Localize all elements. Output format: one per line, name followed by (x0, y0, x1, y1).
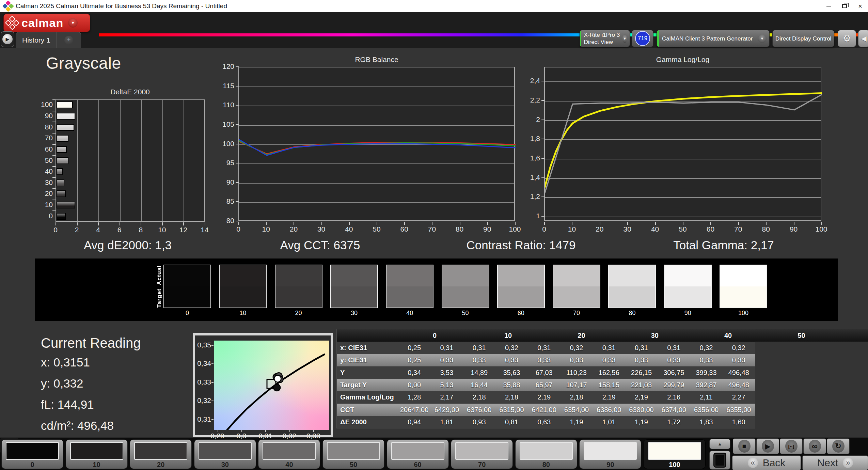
pattern-level-button[interactable]: 30 (194, 439, 256, 469)
add-tab-button[interactable]: + (57, 36, 81, 45)
grayscale-data-table: 0102030405060708090100x: CIE310,250,310,… (336, 329, 755, 428)
chevron-down-icon[interactable]: ▼ (68, 18, 78, 28)
table-value-cell: 14,89 (463, 367, 495, 379)
swatch-level-label: 80 (608, 310, 656, 317)
gamma-y-tickmark (541, 216, 545, 217)
table-value-cell: 65,97 (528, 379, 560, 391)
pattern-level-button[interactable]: 80 (515, 439, 577, 469)
cie-y-tick: 0,31 (193, 415, 211, 423)
minimize-button[interactable] (821, 0, 837, 12)
rgb-y-tickmark (236, 105, 239, 106)
swatch-level-label: 90 (664, 310, 712, 317)
table-value-cell: 16,44 (463, 379, 495, 391)
gamma-x-tickmark (794, 222, 794, 225)
table-value-cell: 2,18 (560, 391, 593, 403)
pattern-level-button[interactable]: 70 (451, 439, 513, 469)
history-nav-button[interactable]: ▶ (1, 31, 14, 47)
next-button[interactable]: Next » (802, 455, 868, 470)
rgb-y-tickmark (236, 182, 239, 183)
stat-avg-de2000: Avg dE2000: 1,3 (54, 238, 201, 252)
deltae-y-tick: 40 (35, 167, 53, 175)
table-row: y: CIE310,250,330,330,330,330,330,330,33… (337, 354, 755, 366)
cie-x-tick: 0,3 (230, 432, 253, 440)
pattern-window-button[interactable] (709, 451, 730, 470)
table-value-cell: 110,23 (560, 367, 593, 379)
restore-button[interactable] (837, 0, 852, 12)
rgb-balance-chart-title: RGB Balance (238, 56, 515, 64)
deltae-bar (57, 190, 66, 197)
calman-menu-button[interactable]: calman ▼ (3, 14, 90, 32)
expand-panel-button[interactable]: ▲ (709, 439, 730, 449)
stop-icon: ■ (738, 440, 751, 453)
pattern-level-button[interactable]: 60 (387, 439, 449, 469)
current-reading-title: Current Reading (41, 335, 141, 351)
gamma-chart (544, 67, 821, 221)
chevron-double-right-icon: » (843, 458, 853, 468)
display-control-dropdown[interactable]: Direct Display Control ▼ (772, 30, 834, 47)
pattern-generator-dropdown[interactable]: CalMAN Client 3 Pattern Generator ▼ (657, 30, 770, 47)
gamma-x-tickmark (710, 222, 711, 225)
collapse-toolbar-button[interactable]: ◀ (858, 30, 868, 47)
gamma-y-tickmark (541, 81, 545, 81)
pattern-level-button[interactable]: 0 (1, 439, 63, 469)
pattern-patch (520, 442, 573, 460)
table-value-cell: 35,88 (495, 379, 528, 391)
rgb-x-tickmark (432, 222, 432, 225)
deltae-x-tickmark (98, 222, 99, 225)
swatch-actual (553, 265, 600, 286)
table-column-header: 30 (618, 329, 691, 342)
rgb-y-tick: 95 (216, 159, 234, 167)
swatch-actual (442, 265, 489, 286)
pattern-level-button[interactable]: 100 (644, 439, 706, 469)
table-value-cell: 2,16 (658, 391, 690, 403)
gamma-series-svg (545, 67, 822, 222)
table-value-cell: 2,11 (690, 391, 722, 403)
table-value-cell: 35,63 (495, 367, 528, 379)
table-value-cell: 6429,00 (430, 404, 463, 416)
swatch-target (553, 286, 600, 308)
pattern-level-button[interactable]: 20 (130, 439, 192, 469)
pattern-level-button[interactable]: 90 (579, 439, 641, 469)
table-row-label: Target Y (337, 379, 398, 391)
rgb-x-tickmark (238, 222, 239, 225)
rgb-y-tickmark (236, 201, 239, 202)
meter-count-badge: 719 (635, 31, 650, 46)
table-value-cell: 0,81 (495, 416, 528, 428)
play-button[interactable]: ▶ (756, 438, 779, 454)
pattern-generator-label: CalMAN Client 3 Pattern Generator (659, 35, 755, 42)
meter-count-button[interactable]: 719 (632, 30, 653, 47)
cie-x-tickmark (241, 430, 242, 432)
pattern-patch (199, 442, 252, 460)
grayscale-swatch (219, 265, 267, 308)
pattern-level-button[interactable]: 50 (322, 439, 384, 469)
deltae-x-tick: 14 (200, 226, 210, 234)
refresh-button[interactable]: ↻ (827, 438, 850, 454)
gamma-y-tickmark (541, 139, 545, 139)
settings-button[interactable]: ⚙ (838, 30, 856, 47)
close-button[interactable]: × (852, 0, 868, 12)
table-value-cell: 399,33 (690, 367, 722, 379)
page-title: Grayscale (46, 54, 121, 73)
pattern-level-button[interactable]: 10 (66, 439, 128, 469)
deltae-x-tick: 4 (93, 226, 103, 234)
chevron-left-icon: ◀ (861, 34, 866, 43)
loop-button[interactable]: ∞ (803, 438, 826, 454)
calman-app-icon (2, 0, 14, 12)
pattern-level-button[interactable]: 40 (258, 439, 320, 469)
tab-history-1[interactable]: History 1 + (16, 32, 81, 48)
swatch-actual (665, 265, 711, 286)
rgb-x-tickmark (349, 222, 350, 225)
table-value-cell: 0,33 (690, 354, 722, 366)
step-button[interactable]: [··] (780, 438, 803, 454)
back-button[interactable]: « Back (732, 455, 801, 470)
pattern-patch (134, 442, 187, 460)
rgb-y-tick: 115 (216, 82, 234, 90)
cie-x-tick: 0,33 (301, 432, 325, 440)
swatch-target (498, 286, 544, 308)
deltae-bar (57, 124, 74, 131)
back-label: Back (763, 457, 786, 469)
table-value-cell: 6315,00 (495, 404, 528, 416)
grayscale-swatch (163, 265, 211, 308)
stop-button[interactable]: ■ (733, 438, 756, 454)
meter-dropdown[interactable]: X-Rite i1Pro 3Direct View ▼ (580, 30, 630, 47)
